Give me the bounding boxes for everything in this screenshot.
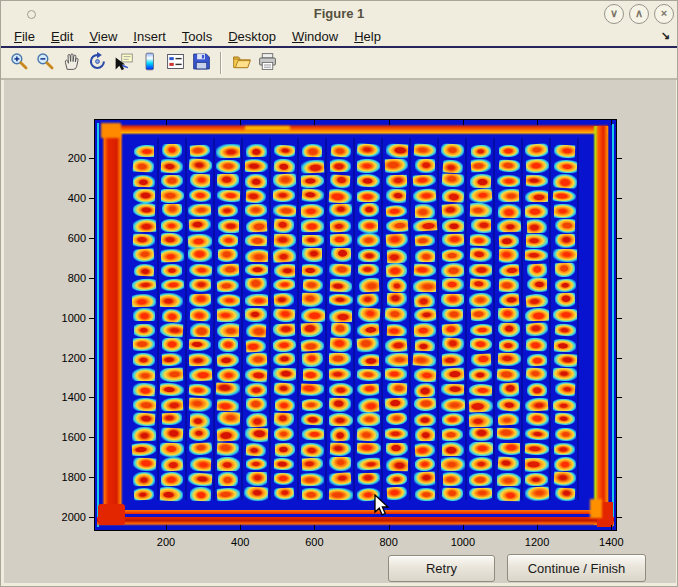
spot [132, 412, 155, 426]
spot [357, 337, 380, 352]
zoom-out-button[interactable] [32, 51, 58, 76]
spot [245, 427, 268, 441]
spot [132, 383, 155, 397]
print-button[interactable] [254, 51, 280, 76]
spot [442, 248, 464, 262]
legend-icon [165, 51, 186, 76]
spot [386, 473, 408, 486]
spot [412, 219, 437, 233]
spot [302, 428, 324, 440]
spot [525, 144, 549, 158]
spot [526, 323, 549, 338]
spot [555, 233, 576, 247]
menu-item-edit[interactable]: Edit [43, 27, 81, 46]
spot [415, 159, 435, 174]
microarray-scan-image[interactable] [95, 120, 616, 530]
x-tick-mark-top [463, 120, 464, 125]
shade-button[interactable]: ∨ [604, 4, 624, 24]
spot [525, 457, 549, 471]
menu-item-insert[interactable]: Insert [125, 27, 174, 46]
legend-button[interactable] [162, 51, 188, 76]
image-axes[interactable] [94, 119, 617, 531]
spot [553, 368, 577, 382]
spot [359, 203, 379, 218]
spot [189, 338, 212, 351]
spot [188, 204, 212, 218]
y-tick-mark-right [617, 397, 622, 398]
spot [189, 279, 212, 292]
save-button[interactable] [188, 51, 214, 76]
spot [357, 159, 380, 173]
spot [301, 322, 324, 338]
continue-finish-button[interactable]: Continue / Finish [507, 554, 646, 582]
spot [189, 189, 212, 202]
y-tick-mark [89, 198, 94, 199]
spot [189, 427, 211, 442]
spot [387, 324, 407, 337]
spot [329, 383, 353, 396]
spot [357, 458, 381, 472]
title-bar[interactable]: Figure 1 ∨∧× [1, 1, 677, 26]
spot [246, 398, 267, 412]
spot [497, 368, 521, 382]
spot [498, 292, 519, 307]
spot [218, 472, 238, 486]
menu-item-help[interactable]: Help [346, 27, 389, 46]
pan-hand-button[interactable] [58, 51, 84, 76]
spot [160, 248, 183, 262]
retry-button[interactable]: Retry [388, 555, 495, 582]
spot [442, 323, 463, 337]
data-cursor-button[interactable] [110, 51, 136, 76]
menu-item-window[interactable]: Window [284, 27, 346, 46]
spot [330, 174, 351, 188]
y-tick-label: 600 [44, 232, 86, 244]
spot [216, 382, 240, 397]
spot [553, 189, 577, 203]
spot [133, 174, 156, 187]
close-button[interactable]: × [654, 4, 674, 24]
menu-overflow-arrow-icon[interactable]: ↘ [661, 29, 670, 42]
spot [525, 443, 549, 456]
spot [357, 233, 381, 248]
spot [133, 338, 155, 351]
maximize-button[interactable]: ∧ [629, 4, 649, 24]
spot [132, 427, 156, 442]
y-tick-mark-right [617, 318, 622, 319]
spot [273, 323, 295, 337]
spot [386, 278, 407, 294]
spot [441, 457, 465, 472]
menu-item-view[interactable]: View [81, 27, 125, 46]
spot [301, 398, 323, 411]
y-tick-mark-right [617, 278, 622, 279]
menu-item-desktop[interactable]: Desktop [220, 27, 284, 46]
zoom-in-button[interactable] [6, 51, 32, 76]
colorbar-button[interactable] [136, 51, 162, 76]
x-tick-label: 200 [144, 536, 188, 548]
spot [526, 263, 547, 278]
rotate-3d-button[interactable] [84, 51, 110, 76]
spot [555, 218, 575, 233]
x-tick-mark [389, 525, 390, 530]
spot [497, 353, 520, 367]
spot [245, 234, 268, 247]
spot [441, 189, 464, 203]
x-tick-label: 1200 [515, 536, 559, 548]
menu-item-file[interactable]: File [6, 27, 43, 46]
spot [554, 472, 577, 487]
spot [301, 473, 324, 486]
spot [272, 338, 296, 352]
spot [161, 219, 183, 232]
spot [217, 487, 240, 501]
spot [554, 353, 577, 366]
spot [441, 203, 464, 219]
spot [188, 233, 212, 248]
menu-item-tools[interactable]: Tools [174, 27, 220, 46]
spot [525, 159, 548, 174]
spot [217, 457, 240, 471]
spot [385, 218, 408, 233]
y-tick-label: 1000 [44, 312, 86, 324]
spot [526, 174, 548, 187]
spot [134, 324, 155, 337]
open-folder-button[interactable] [228, 51, 254, 76]
spot [330, 322, 351, 337]
